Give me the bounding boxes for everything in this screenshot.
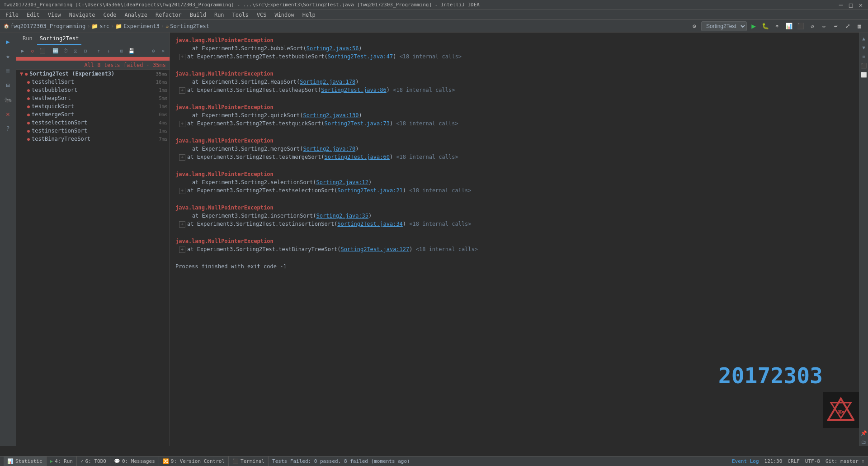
coverage-btn[interactable]: ☂ — [772, 21, 782, 31]
event-log-link[interactable]: Event Log — [732, 458, 759, 464]
expand-btn-5-1[interactable]: + — [179, 221, 185, 228]
export-btn[interactable]: 💾 — [127, 47, 136, 56]
expand-all-btn[interactable]: ⊞ — [117, 47, 126, 56]
debug-btn[interactable]: 🐛 — [760, 21, 770, 31]
filter-failed-btn[interactable]: ⊟ — [81, 47, 90, 56]
stack-link-5-0[interactable]: Sorting2.java:35 — [316, 213, 368, 219]
menu-refactor[interactable]: Refactor — [152, 11, 185, 19]
tab-version-control[interactable]: 🔀 9: Version Control — [159, 456, 229, 466]
stack-link-5-1[interactable]: Sorting2Test.java:34 — [337, 221, 403, 227]
menu-code[interactable]: Code — [100, 11, 120, 19]
expand-btn-2-1[interactable]: + — [179, 121, 185, 127]
settings-btn[interactable]: ⚙ — [689, 21, 699, 31]
profile-btn[interactable]: 📊 — [784, 21, 794, 31]
test-tree[interactable]: ▼ ● Sorting2Test (Experiment3) 35ms ● te… — [16, 70, 170, 446]
output-panel[interactable]: java.lang.NullPointerException at Experi… — [170, 33, 859, 446]
test-testinsertionSort[interactable]: ● testinsertionSort 1ms — [16, 127, 170, 135]
close-btn[interactable]: ✕ — [857, 1, 864, 9]
rerun-test-btn[interactable]: ▶ — [18, 47, 27, 56]
menu-view[interactable]: View — [44, 11, 65, 19]
stack-link-4-0[interactable]: Sorting2.java:12 — [316, 179, 368, 185]
tab-todo[interactable]: ✓ 6: TODO — [77, 456, 110, 466]
hierarchy-icon[interactable]: ⊞ — [2, 79, 14, 91]
rerun-btn[interactable]: ↺ — [807, 21, 817, 31]
tab-terminal[interactable]: ⬛ Terminal — [229, 456, 269, 466]
expand-btn-6-0[interactable]: + — [179, 247, 185, 253]
error-icon[interactable]: ✕ — [2, 108, 14, 120]
stack-link-3-1[interactable]: Sorting2Test.java:60 — [324, 154, 390, 160]
stop-btn[interactable]: ⬛ — [796, 21, 806, 31]
expand-btn-3-1[interactable]: + — [179, 154, 185, 161]
breadcrumb-package[interactable]: 📁 Experiment3 — [115, 23, 159, 29]
expand-btn-4-1[interactable]: + — [179, 188, 185, 194]
window-controls[interactable]: ─ □ ✕ — [837, 1, 864, 9]
run-btn[interactable]: ▶ — [749, 21, 759, 31]
test-testselectionSort[interactable]: ● testselectionSort 4ms — [16, 119, 170, 127]
right-icon-6[interactable]: 📌 — [860, 429, 868, 437]
menu-navigate[interactable]: Navigate — [66, 11, 99, 19]
favorites-icon[interactable]: ★ — [2, 50, 14, 62]
stack-link-3-0[interactable]: Sorting2.java:70 — [303, 146, 356, 152]
right-icon-4[interactable]: ⬛ — [860, 62, 868, 70]
right-up-btn[interactable]: ▲ — [860, 34, 868, 43]
run-config-select[interactable]: Sorting2Test — [701, 21, 747, 31]
expand-btn-0-1[interactable]: + — [179, 54, 185, 60]
tab-run[interactable]: Run — [20, 33, 35, 45]
tab-statistic[interactable]: 📊 Statistic — [4, 456, 47, 466]
menu-vcs[interactable]: VCS — [253, 11, 270, 19]
test-testBinaryTreeSort[interactable]: ● testBinaryTreeSort 7ms — [16, 135, 170, 143]
stack-link-2-1[interactable]: Sorting2Test.java:73 — [324, 120, 390, 127]
edit-config-btn[interactable]: ✏ — [819, 21, 829, 31]
breadcrumb-file[interactable]: ☕ Sorting2Test — [165, 23, 209, 29]
menu-build[interactable]: Build — [186, 11, 210, 19]
stack-link-4-1[interactable]: Sorting2Test.java:21 — [337, 187, 403, 194]
maximize-btn[interactable]: □ — [847, 1, 854, 9]
sort-alpha-btn[interactable]: 🔤 — [51, 47, 60, 56]
tab-messages[interactable]: 💬 0: Messages — [110, 456, 159, 466]
test-testquickSort[interactable]: ● testquickSort 1ms — [16, 102, 170, 110]
rerun-failed-btn[interactable]: ↺ — [28, 47, 37, 56]
breadcrumb-src[interactable]: 📁 src — [91, 23, 109, 29]
expand-btn-1-1[interactable]: + — [179, 87, 185, 94]
layout-btn[interactable]: ▦ — [854, 21, 864, 31]
filter-btn[interactable]: ⧖ — [71, 47, 80, 56]
stack-link-0-1[interactable]: Sorting2Test.java:47 — [328, 53, 393, 60]
stack-link-0-0[interactable]: Sorting2.java:56 — [307, 45, 359, 52]
stack-link-2-0[interactable]: Sorting2.java:130 — [303, 112, 359, 119]
menu-tools[interactable]: Tools — [229, 11, 252, 19]
tab-sorting2test[interactable]: Sorting2Test — [37, 33, 82, 45]
right-down-btn[interactable]: ▼ — [860, 43, 868, 52]
settings-test-btn[interactable]: ⚙ — [149, 47, 158, 56]
stack-link-6-0[interactable]: Sorting2Test.java:127 — [341, 246, 410, 252]
tab-run-bottom[interactable]: ▶ 4: Run — [47, 456, 77, 466]
ant-icon[interactable]: 🐜 — [2, 93, 14, 106]
stop-test-btn[interactable]: ⬛ — [38, 47, 47, 56]
next-fail-btn[interactable]: ↓ — [104, 47, 113, 56]
right-icon-7[interactable]: 🗂 — [860, 438, 868, 446]
run-icon[interactable]: ▶ — [2, 35, 14, 48]
close-run-btn[interactable]: ✕ — [159, 47, 168, 56]
right-icon-5[interactable]: ⬜ — [860, 71, 868, 79]
menu-help[interactable]: Help — [299, 11, 319, 19]
structure-icon[interactable]: ≡ — [2, 64, 14, 77]
menu-edit[interactable]: Edit — [23, 11, 43, 19]
help-icon[interactable]: ? — [2, 122, 14, 135]
stack-link-1-0[interactable]: Sorting2.java:178 — [300, 79, 355, 85]
test-testmergeSort[interactable]: ● testmergeSort 0ms — [16, 110, 170, 119]
menu-run[interactable]: Run — [211, 11, 228, 19]
sort-duration-btn[interactable]: ⏱ — [61, 47, 70, 56]
stack-link-1-1[interactable]: Sorting2Test.java:86 — [321, 87, 387, 93]
menu-analyze[interactable]: Analyze — [121, 11, 151, 19]
prev-fail-btn[interactable]: ↑ — [94, 47, 103, 56]
breadcrumb-project[interactable]: 🏠 fwq20172303_Programming — [4, 23, 85, 29]
tree-root-item[interactable]: ▼ ● Sorting2Test (Experiment3) 35ms — [16, 70, 170, 78]
maximize-panel-btn[interactable]: ⤢ — [843, 21, 853, 31]
minimize-btn[interactable]: ─ — [837, 1, 844, 9]
undo-btn[interactable]: ↩ — [831, 21, 841, 31]
right-icon-3[interactable]: ⊞ — [860, 52, 868, 61]
menu-window[interactable]: Window — [271, 11, 297, 19]
test-testbubbleSort[interactable]: ● testbubbleSort 1ms — [16, 86, 170, 94]
menu-file[interactable]: File — [2, 11, 22, 19]
test-testshellSort[interactable]: ● testshellSort 16ms — [16, 78, 170, 86]
test-testheapSort[interactable]: ● testheapSort 5ms — [16, 94, 170, 102]
